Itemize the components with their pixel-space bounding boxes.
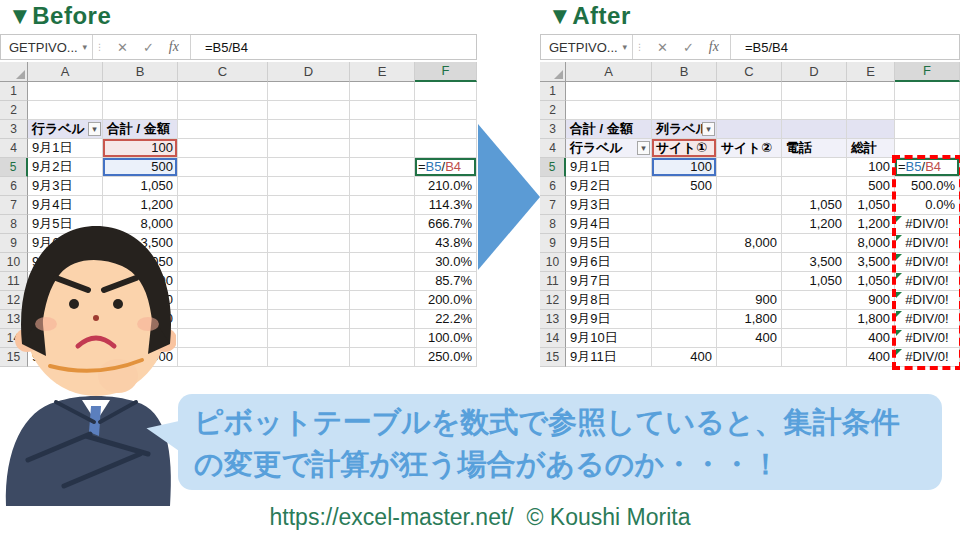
after-row-header-8[interactable]: 8 <box>540 215 566 234</box>
after-cell-D9[interactable] <box>782 234 847 253</box>
before-cell-C9[interactable] <box>178 234 268 253</box>
after-cell-D3[interactable] <box>782 120 847 139</box>
before-row-header-1[interactable]: 1 <box>0 82 28 101</box>
before-cell-F13[interactable]: 22.2% <box>415 310 477 329</box>
after-cell-F1[interactable] <box>895 82 960 101</box>
before-cell-E8[interactable] <box>350 215 415 234</box>
after-cell-F9[interactable]: #DIV/0! <box>895 234 960 253</box>
before-cell-C2[interactable] <box>178 101 268 120</box>
cancel-icon[interactable]: ✕ <box>117 40 128 55</box>
after-cell-C9[interactable]: 8,000 <box>717 234 782 253</box>
after-cell-A3[interactable]: 合計 / 金額 <box>566 120 652 139</box>
after-cell-E3[interactable] <box>847 120 895 139</box>
after-cell-C5[interactable] <box>717 158 782 177</box>
after-cell-A1[interactable] <box>566 82 652 101</box>
after-cell-E1[interactable] <box>847 82 895 101</box>
after-cell-C12[interactable]: 900 <box>717 291 782 310</box>
formula-input[interactable]: =B5/B4 <box>191 35 476 59</box>
after-col-header-E[interactable]: E <box>847 62 895 82</box>
after-cell-C1[interactable] <box>717 82 782 101</box>
before-col-header-B[interactable]: B <box>103 62 178 82</box>
before-cell-F2[interactable] <box>415 101 477 120</box>
before-cell-D2[interactable] <box>268 101 350 120</box>
before-select-all-corner[interactable] <box>0 62 28 82</box>
after-cell-E14[interactable]: 400 <box>847 329 895 348</box>
filter-dropdown-icon[interactable]: ▾ <box>637 141 650 155</box>
before-cell-E13[interactable] <box>350 310 415 329</box>
after-cell-B13[interactable] <box>652 310 717 329</box>
before-cell-C7[interactable] <box>178 196 268 215</box>
filter-dropdown-icon[interactable]: ▾ <box>702 122 715 136</box>
after-col-header-C[interactable]: C <box>717 62 782 82</box>
enter-icon[interactable]: ✓ <box>143 40 154 55</box>
after-cell-F8[interactable]: #DIV/0! <box>895 215 960 234</box>
after-row-header-2[interactable]: 2 <box>540 101 566 120</box>
after-cell-F5-editing[interactable]: =B5/B4 <box>895 158 960 177</box>
before-cell-C13[interactable] <box>178 310 268 329</box>
cancel-icon[interactable]: ✕ <box>657 40 668 55</box>
after-cell-D13[interactable] <box>782 310 847 329</box>
after-cell-E11[interactable]: 1,050 <box>847 272 895 291</box>
before-cell-B3[interactable]: 合計 / 金額 <box>103 120 178 139</box>
after-cell-F11[interactable]: #DIV/0! <box>895 272 960 291</box>
after-col-header-B[interactable]: B <box>652 62 717 82</box>
after-cell-E9[interactable]: 8,000 <box>847 234 895 253</box>
after-select-all-corner[interactable] <box>540 62 566 82</box>
after-cell-C8[interactable] <box>717 215 782 234</box>
filter-dropdown-icon[interactable]: ▾ <box>88 122 101 136</box>
before-cell-F3[interactable] <box>415 120 477 139</box>
after-cell-D2[interactable] <box>782 101 847 120</box>
after-row-header-3[interactable]: 3 <box>540 120 566 139</box>
before-cell-D12[interactable] <box>268 291 350 310</box>
after-cell-F2[interactable] <box>895 101 960 120</box>
after-cell-C15[interactable] <box>717 348 782 367</box>
after-cell-A5[interactable]: 9月1日 <box>566 158 652 177</box>
before-col-header-F[interactable]: F <box>415 62 477 82</box>
after-cell-C11[interactable] <box>717 272 782 291</box>
after-cell-B1[interactable] <box>652 82 717 101</box>
before-cell-A2[interactable] <box>28 101 103 120</box>
after-cell-B8[interactable] <box>652 215 717 234</box>
after-cell-B5[interactable]: 100 <box>652 158 717 177</box>
before-cell-F11[interactable]: 85.7% <box>415 272 477 291</box>
after-cell-A7[interactable]: 9月3日 <box>566 196 652 215</box>
before-row-header-6[interactable]: 6 <box>0 177 28 196</box>
after-cell-D15[interactable] <box>782 348 847 367</box>
after-cell-A10[interactable]: 9月6日 <box>566 253 652 272</box>
after-cell-B2[interactable] <box>652 101 717 120</box>
before-cell-F4[interactable] <box>415 139 477 158</box>
before-cell-C8[interactable] <box>178 215 268 234</box>
before-row-header-5[interactable]: 5 <box>0 158 28 177</box>
before-cell-E7[interactable] <box>350 196 415 215</box>
after-row-header-13[interactable]: 13 <box>540 310 566 329</box>
after-cell-F14[interactable]: #DIV/0! <box>895 329 960 348</box>
after-cell-E12[interactable]: 900 <box>847 291 895 310</box>
before-cell-A3[interactable]: 行ラベル▾ <box>28 120 103 139</box>
before-cell-E15[interactable] <box>350 348 415 367</box>
before-cell-D15[interactable] <box>268 348 350 367</box>
before-cell-C5[interactable] <box>178 158 268 177</box>
before-row-header-4[interactable]: 4 <box>0 139 28 158</box>
before-cell-D13[interactable] <box>268 310 350 329</box>
before-row-header-3[interactable]: 3 <box>0 120 28 139</box>
after-col-header-A[interactable]: A <box>566 62 652 82</box>
before-cell-E1[interactable] <box>350 82 415 101</box>
after-row-header-14[interactable]: 14 <box>540 329 566 348</box>
after-cell-D8[interactable]: 1,200 <box>782 215 847 234</box>
before-cell-D11[interactable] <box>268 272 350 291</box>
after-cell-E10[interactable]: 3,500 <box>847 253 895 272</box>
before-cell-E6[interactable] <box>350 177 415 196</box>
before-cell-D8[interactable] <box>268 215 350 234</box>
after-cell-D11[interactable]: 1,050 <box>782 272 847 291</box>
after-col-header-D[interactable]: D <box>782 62 847 82</box>
after-cell-B6[interactable]: 500 <box>652 177 717 196</box>
enter-icon[interactable]: ✓ <box>683 40 694 55</box>
before-cell-D6[interactable] <box>268 177 350 196</box>
before-cell-C4[interactable] <box>178 139 268 158</box>
after-cell-E15[interactable]: 400 <box>847 348 895 367</box>
after-cell-C4[interactable]: サイト② <box>717 139 782 158</box>
after-cell-C2[interactable] <box>717 101 782 120</box>
before-cell-D7[interactable] <box>268 196 350 215</box>
before-cell-C12[interactable] <box>178 291 268 310</box>
after-row-header-12[interactable]: 12 <box>540 291 566 310</box>
